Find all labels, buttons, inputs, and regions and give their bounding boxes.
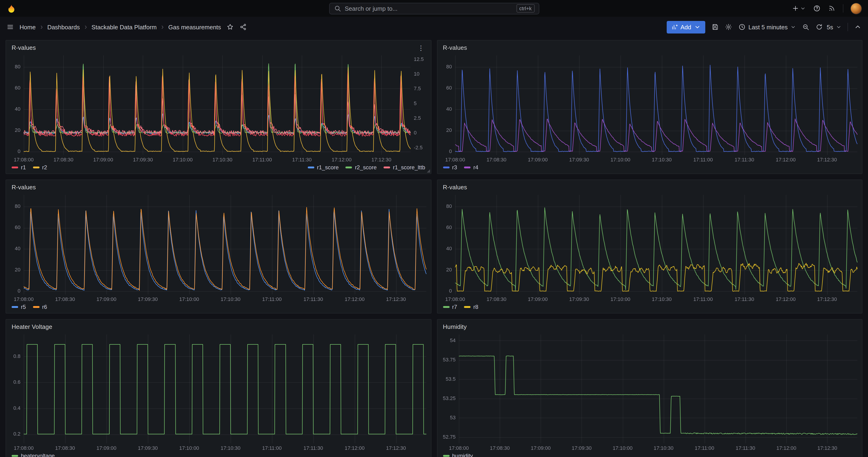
legend-label: r1 [21,164,26,171]
zoom-out-button[interactable] [802,23,810,31]
refresh-interval-label: 5s [827,24,833,30]
legend-item[interactable]: r8 [464,304,478,310]
panel-title: R-values [443,184,467,191]
breadcrumb-item[interactable]: Stackable Data Platform [92,24,157,30]
legend-item[interactable]: r4 [464,164,478,171]
chart-canvas[interactable] [437,332,862,452]
legend-item[interactable]: r2_score [346,164,377,171]
legend-item[interactable]: heatervoltage [11,453,55,457]
legend: r3r4 [437,163,862,174]
grafana-logo[interactable] [6,3,16,13]
divider [847,23,848,31]
panel-menu-button[interactable]: ⋮ [417,44,425,51]
legend-swatch [464,166,470,169]
panel-header: R-values [6,180,431,192]
menu-toggle-button[interactable] [6,23,14,31]
news-button[interactable] [828,5,835,12]
legend-item[interactable]: r1_score [308,164,339,171]
panel-4-heater-voltage: Heater Voltageheatervoltage [6,319,431,457]
panel-title: R-values [443,44,467,51]
panel-header: R-values⋮ [6,40,431,53]
plus-icon [792,5,799,12]
grafana-app: Search or jump to... ctrl+k HomeDashboar… [0,0,868,457]
legend-label: r4 [473,164,478,171]
clock-icon [738,23,745,31]
panel-1-r-values: R-valuesr3r4 [437,40,862,174]
legend-group-left: r7r8 [443,304,478,310]
panel-title: R-values [11,44,36,51]
legend-label: r6 [42,304,47,310]
legend-group-left: r3r4 [443,164,478,171]
panel-title: Heater Voltage [11,323,52,330]
legend-label: r5 [21,304,26,310]
panel-title: R-values [11,184,36,191]
legend-label: heatervoltage [21,453,55,457]
panel-3-r-values: R-valuesr7r8 [437,180,862,313]
chart-canvas[interactable] [437,192,862,303]
legend-label: humidity [452,453,473,457]
legend-swatch [443,306,450,308]
panel-resize-handle[interactable] [427,169,430,173]
legend: r1r2r1_scorer2_scorer1_score_lttb [6,163,431,174]
search-icon [334,5,341,12]
zoom-out-icon [802,23,810,31]
breadcrumb-separator-icon [83,24,88,30]
legend-group-left: r5r6 [11,304,47,310]
legend-item[interactable]: r3 [443,164,457,171]
toolbar-actions: Add Last 5 minutes 5 [666,21,862,33]
help-button[interactable] [813,5,820,12]
legend-item[interactable]: r1_score_lttb [383,164,425,171]
breadcrumb-item[interactable]: Home [20,24,36,30]
search-placeholder: Search or jump to... [345,5,398,12]
legend-swatch [11,455,18,457]
legend-item[interactable]: r1 [11,164,26,171]
star-icon [227,23,234,31]
breadcrumb-item: Gas measurements [168,24,221,30]
search-shortcut-kbd: ctrl+k [517,4,534,12]
legend: heatervoltage [6,452,431,457]
panel-header: Humidity [437,319,862,332]
legend-item[interactable]: r5 [11,304,26,310]
breadcrumb-separator-icon [39,24,44,30]
chart-canvas[interactable] [437,53,862,163]
chart-canvas[interactable] [6,332,431,452]
legend-label: r3 [452,164,457,171]
breadcrumb-separator-icon [160,24,165,30]
favorite-star-button[interactable] [227,23,234,31]
rss-icon [828,5,835,12]
legend-group-left: heatervoltage [11,453,55,457]
panel-header: R-values [437,40,862,53]
search-input[interactable]: Search or jump to... ctrl+k [329,3,539,14]
legend-item[interactable]: r7 [443,304,457,310]
add-button-label: Add [680,24,691,30]
legend-item[interactable]: r2 [33,164,47,171]
question-circle-icon [813,5,820,12]
save-dashboard-button[interactable] [711,23,718,31]
refresh-button[interactable] [816,23,823,31]
gear-icon [724,23,732,31]
legend-swatch [33,166,39,169]
dashboard-settings-button[interactable] [724,23,732,31]
new-menu-button[interactable] [792,5,806,12]
refresh-interval-dropdown[interactable]: 5s [827,24,841,30]
grafana-flame-icon [6,3,16,13]
legend-item[interactable]: humidity [443,453,473,457]
legend-item[interactable]: r6 [33,304,47,310]
panel-0-r-values: R-values⋮r1r2r1_scorer2_scorer1_score_lt… [6,40,431,174]
chart-canvas[interactable] [6,192,431,303]
legend-label: r2_score [355,164,377,171]
add-button[interactable]: Add [666,21,705,33]
time-range-picker[interactable]: Last 5 minutes [738,23,796,31]
breadcrumb-item[interactable]: Dashboards [47,24,80,30]
share-button[interactable] [240,23,247,31]
time-range-label: Last 5 minutes [748,24,787,30]
dashboard-toolbar: HomeDashboardsStackable Data PlatformGas… [0,17,868,37]
collapse-toolbar-button[interactable] [854,23,862,31]
hamburger-icon [6,23,14,31]
legend: humidity [437,452,862,457]
user-avatar[interactable] [851,3,862,14]
legend-group-left: humidity [443,453,473,457]
chevron-down-icon [836,24,841,30]
panel-2-r-values: R-valuesr5r6 [6,180,431,313]
chart-canvas[interactable] [6,53,431,163]
